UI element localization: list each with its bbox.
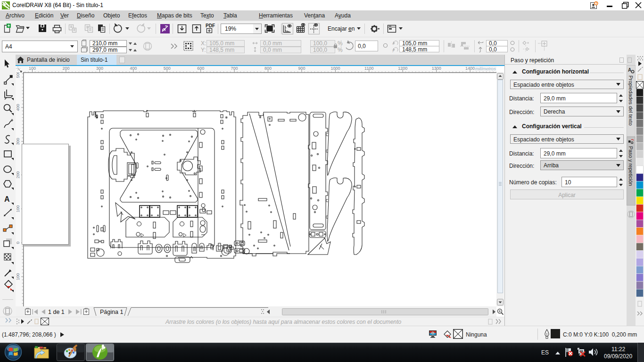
svg-text:19%: 19% xyxy=(225,25,236,32)
svg-text:100,0: 100,0 xyxy=(313,47,327,53)
svg-text:0,0: 0,0 xyxy=(489,40,497,47)
svg-text:A4: A4 xyxy=(5,43,12,50)
svg-text:0,0 mm: 0,0 mm xyxy=(263,47,282,53)
svg-text:200: 200 xyxy=(16,171,20,178)
svg-text:210,0 mm: 210,0 mm xyxy=(92,40,117,47)
svg-text:100,0: 100,0 xyxy=(313,40,327,47)
svg-text:A: A xyxy=(628,67,631,73)
svg-text:PDF: PDF xyxy=(206,23,215,28)
svg-text:09/09/2020: 09/09/2020 xyxy=(604,353,632,360)
svg-text:Y:: Y: xyxy=(201,47,206,53)
svg-text:Página 1: Página 1 xyxy=(100,309,123,315)
svg-text:Encajar en: Encajar en xyxy=(328,25,355,32)
svg-text:0,0: 0,0 xyxy=(489,46,497,53)
svg-text:100: 100 xyxy=(16,205,20,212)
svg-text:11:22: 11:22 xyxy=(611,346,625,353)
svg-text:0,0: 0,0 xyxy=(358,43,366,49)
svg-text:Arrastre los colores (o los ob: Arrastre los colores (o los objetos) has… xyxy=(165,319,402,325)
svg-text:400: 400 xyxy=(16,104,20,111)
svg-text:%: % xyxy=(338,40,343,47)
svg-text:%: % xyxy=(338,47,343,53)
svg-text:X:: X: xyxy=(201,40,206,47)
svg-text:0: 0 xyxy=(16,241,20,244)
svg-text:148,5 mm: 148,5 mm xyxy=(402,46,427,53)
svg-text:milímetros: milímetros xyxy=(475,66,496,71)
svg-text:0,0 mm: 0,0 mm xyxy=(263,40,282,47)
svg-text:300: 300 xyxy=(16,138,20,145)
svg-text:105,0 mm: 105,0 mm xyxy=(209,40,234,47)
svg-text:100: 100 xyxy=(16,273,20,280)
svg-text:x: x xyxy=(392,42,394,45)
svg-text:105,0 mm: 105,0 mm xyxy=(402,40,427,47)
svg-text:1 de 1: 1 de 1 xyxy=(48,309,65,315)
svg-text:y: y xyxy=(392,49,394,52)
svg-text:ES: ES xyxy=(541,349,549,356)
svg-text:297,0 mm: 297,0 mm xyxy=(92,47,117,53)
svg-text:A: A xyxy=(4,195,10,203)
svg-text:148,5 mm: 148,5 mm xyxy=(209,47,234,53)
